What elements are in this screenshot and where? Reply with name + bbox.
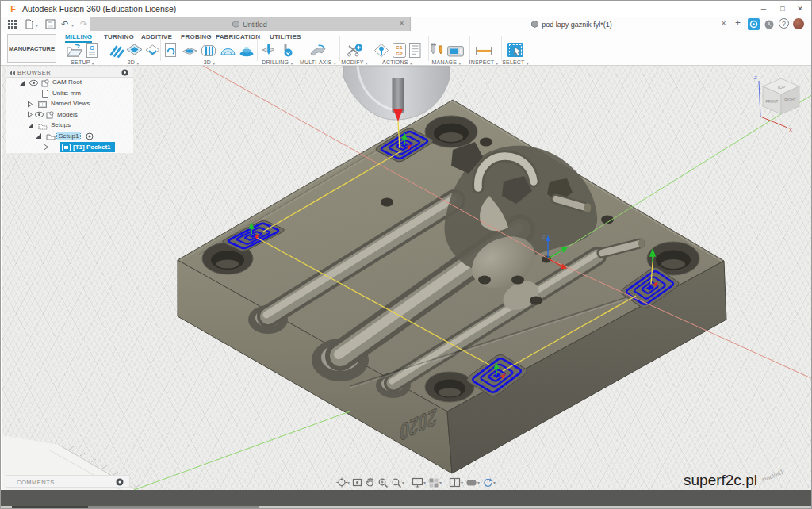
new-setup-icon[interactable]	[66, 42, 84, 59]
tree-label: Models	[57, 111, 78, 118]
display-settings-icon[interactable]	[412, 477, 423, 488]
ribbon-toolbar: MANUFACTURE ▾ MILLING TURNING ADDITIVE P…	[1, 31, 811, 66]
document-icon	[531, 21, 538, 28]
browser-title: BROWSER	[17, 69, 51, 76]
machine-library-icon[interactable]	[446, 42, 465, 59]
quick-access-bar: ▾ ↶ ▾ ↷ ▾ Untitled ✕ pod lapy gaznik fyl…	[1, 17, 811, 31]
drill-icon[interactable]	[261, 42, 278, 59]
user-avatar[interactable]	[793, 18, 804, 29]
radio-icon[interactable]	[86, 132, 94, 140]
title-bar: F Autodesk Fusion 360 (Education License…	[1, 1, 811, 17]
refresh-icon[interactable]	[482, 477, 493, 488]
expand-icon[interactable]	[35, 132, 42, 140]
workspace-selector[interactable]: MANUFACTURE ▾	[7, 34, 56, 63]
tree-item-setup1[interactable]: Setup1	[6, 132, 133, 143]
browser-header[interactable]: BROWSER	[6, 67, 133, 78]
selected-operation[interactable]: [T1] Pocket1	[60, 142, 115, 152]
collapse-panel-icon[interactable]	[9, 70, 16, 76]
tab-fabrication[interactable]: FABRICATION	[216, 33, 260, 40]
document-tab-untitled[interactable]: Untitled ✕	[90, 17, 411, 31]
group-setup: G SETUP ▾	[61, 41, 104, 66]
tree-item-cam-root[interactable]: CAM Root	[6, 78, 133, 89]
close-button[interactable]: ✕	[794, 3, 806, 15]
drill-cycle-icon[interactable]	[279, 42, 294, 59]
expand-icon[interactable]	[27, 122, 34, 129]
pan-icon[interactable]	[365, 477, 375, 488]
tab-turning[interactable]: TURNING	[104, 33, 134, 40]
2d-pocket-icon[interactable]	[107, 42, 124, 59]
close-tab-icon[interactable]: ✕	[399, 20, 404, 27]
simulate-icon[interactable]	[373, 42, 390, 59]
comments-bar[interactable]: COMMENTS	[6, 475, 130, 488]
maximize-button[interactable]: □	[776, 3, 789, 15]
named-views-icon	[38, 101, 47, 109]
viewports-icon[interactable]	[449, 477, 461, 488]
operation-icon	[62, 144, 71, 151]
face-icon[interactable]	[125, 42, 142, 59]
collapsed-icon[interactable]	[27, 101, 33, 108]
view-cube[interactable]: Z X TOP FRONT RIGHT	[754, 75, 799, 132]
zoom-icon[interactable]	[377, 477, 389, 488]
redo-icon[interactable]: ↷	[80, 19, 87, 29]
collapsed-icon[interactable]	[27, 111, 33, 118]
2d-contour-icon[interactable]	[144, 42, 159, 59]
tree-item-units[interactable]: Units: mm	[6, 89, 133, 100]
svg-text:G2: G2	[396, 51, 403, 56]
setups-folder-icon	[38, 122, 48, 130]
trim-toolpath-icon[interactable]	[346, 42, 364, 59]
job-status-icon[interactable]	[764, 19, 775, 30]
gcode-document-icon[interactable]: G	[86, 42, 99, 59]
timeline-bar	[1, 490, 811, 509]
collapsed-icon[interactable]	[43, 144, 49, 151]
tree-item-named-views[interactable]: Named Views	[6, 99, 133, 110]
models-icon	[46, 111, 54, 119]
setup-icon	[46, 132, 56, 140]
tree-item-pocket1[interactable]: [T1] Pocket1	[6, 142, 133, 153]
close-tab-icon[interactable]: ✕	[721, 20, 726, 27]
undo-icon[interactable]: ↶	[61, 19, 68, 29]
spiral-icon[interactable]	[238, 42, 255, 59]
orbit-icon[interactable]	[336, 477, 347, 488]
extensions-icon[interactable]	[748, 18, 760, 30]
3d-viewport[interactable]: 2020	[2, 66, 812, 490]
window-title: Autodesk Fusion 360 (Education License)	[22, 4, 176, 13]
help-icon[interactable]: ?	[779, 18, 789, 29]
group-manage: MANAGE ▾	[424, 41, 469, 66]
svg-text:G: G	[90, 44, 94, 52]
units-doc-icon	[41, 90, 49, 98]
display-settings-icon[interactable]	[121, 69, 128, 76]
pocket-clearing-icon[interactable]	[181, 42, 198, 59]
adaptive-clearing-icon[interactable]	[163, 42, 179, 59]
scallop-icon[interactable]	[219, 42, 236, 59]
app-grid-icon[interactable]	[7, 19, 17, 29]
tree-item-models[interactable]: Models	[6, 110, 133, 121]
new-tab-button[interactable]: +	[735, 17, 741, 28]
svg-text:Z: Z	[754, 75, 757, 80]
file-menu-icon[interactable]	[25, 19, 34, 29]
group-2d: 2D ▾	[107, 41, 159, 66]
visibility-eye-icon[interactable]	[35, 111, 44, 118]
select-icon[interactable]	[506, 41, 525, 59]
fusion360-window: F Autodesk Fusion 360 (Education License…	[0, 0, 812, 509]
tool-library-icon[interactable]	[427, 42, 445, 59]
swarf-icon[interactable]	[308, 42, 328, 59]
visibility-eye-icon[interactable]	[29, 79, 38, 86]
visual-style-icon[interactable]	[465, 477, 477, 488]
look-at-icon[interactable]	[352, 477, 362, 488]
tree-item-setups[interactable]: Setups	[6, 121, 133, 132]
comments-settings-icon[interactable]	[116, 478, 124, 486]
tab-additive[interactable]: ADDITIVE	[141, 33, 172, 40]
group-actions: G1G2 ACTIONS ▾	[367, 41, 427, 66]
svg-text:FRONT: FRONT	[766, 100, 779, 104]
save-icon[interactable]	[45, 19, 56, 29]
zoom-window-icon[interactable]	[391, 477, 402, 488]
document-tab-active[interactable]: pod lapy gaznik fyl*(1) ✕	[412, 17, 732, 31]
expand-icon[interactable]	[19, 79, 26, 86]
grid-settings-icon[interactable]	[428, 477, 439, 488]
measure-icon[interactable]	[474, 42, 494, 59]
tab-probing[interactable]: PROBING	[181, 33, 212, 40]
setup-sheet-icon[interactable]	[408, 42, 422, 59]
minimize-button[interactable]: ─	[757, 3, 770, 15]
post-process-icon[interactable]: G1G2	[392, 42, 407, 59]
parallel-icon[interactable]	[200, 42, 217, 59]
